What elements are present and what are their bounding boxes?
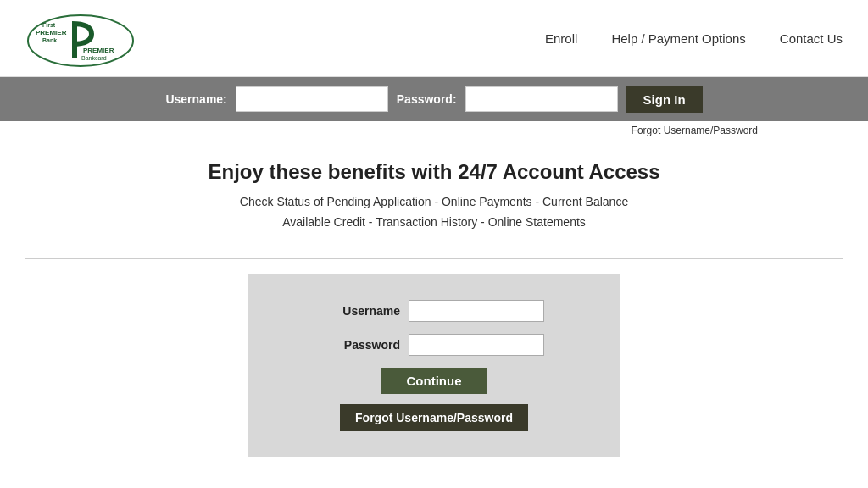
password-bar-label: Password: xyxy=(397,92,457,106)
svg-text:Bank: Bank xyxy=(42,37,57,43)
benefits-section: Enjoy these benefits with 24/7 Account A… xyxy=(0,136,868,250)
divider xyxy=(25,258,843,259)
username-form-label: Username xyxy=(324,304,400,318)
login-bar: Username: Password: Sign In xyxy=(0,77,868,121)
forgot-link-top[interactable]: Forgot Username/Password xyxy=(632,125,758,136)
forgot-username-password-button[interactable]: Forgot Username/Password xyxy=(340,404,528,431)
header: First PREMIER Bank PREMIER Bankcard Enro… xyxy=(0,0,868,77)
svg-rect-1 xyxy=(72,24,77,58)
logo-area: First PREMIER Bank PREMIER Bankcard xyxy=(25,8,136,68)
username-form-input[interactable] xyxy=(409,300,544,322)
password-bar-input[interactable] xyxy=(465,86,618,112)
enroll-link[interactable]: Enroll xyxy=(545,31,577,46)
username-bar-input[interactable] xyxy=(236,86,388,112)
footer: About Us Privacy Statement Terms & Condi… xyxy=(0,474,868,488)
help-payment-link[interactable]: Help / Payment Options xyxy=(611,31,745,46)
username-bar-label: Username: xyxy=(165,92,226,106)
sign-in-button[interactable]: Sign In xyxy=(626,86,703,113)
benefits-line2: Available Credit - Transaction History -… xyxy=(17,213,851,233)
benefits-line1: Check Status of Pending Application - On… xyxy=(17,192,851,213)
password-form-input[interactable] xyxy=(409,334,544,356)
svg-text:First: First xyxy=(42,22,56,28)
nav-links: Enroll Help / Payment Options Contact Us xyxy=(545,31,843,46)
logo-icon: First PREMIER Bank PREMIER Bankcard xyxy=(25,8,136,68)
benefits-heading: Enjoy these benefits with 24/7 Account A… xyxy=(17,160,851,184)
password-form-label: Password xyxy=(324,338,400,352)
password-row: Password xyxy=(281,334,587,356)
username-row: Username xyxy=(281,300,587,322)
svg-text:PREMIER: PREMIER xyxy=(36,29,67,36)
continue-button[interactable]: Continue xyxy=(381,368,487,394)
svg-text:PREMIER: PREMIER xyxy=(83,47,114,54)
login-form-box: Username Password Continue Forgot Userna… xyxy=(248,274,620,457)
svg-text:Bankcard: Bankcard xyxy=(81,55,107,61)
contact-us-link[interactable]: Contact Us xyxy=(780,31,843,46)
forgot-link-bar: Forgot Username/Password xyxy=(0,121,868,136)
